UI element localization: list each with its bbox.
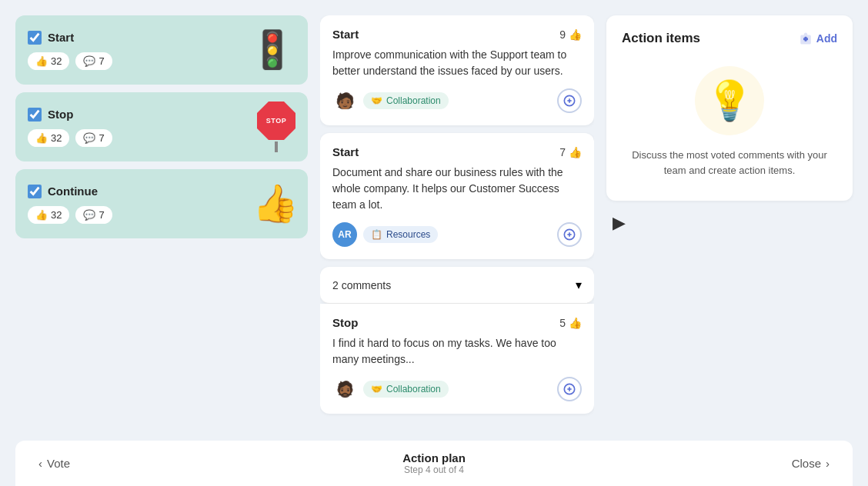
category-card-continue: Continue 👍 32 💬 7 👍 [15,169,308,238]
start-comments: 💬 7 [75,52,112,70]
stop-sign-octagon: STOP [257,102,295,140]
stop-stats: 👍 32 💬 7 [28,129,112,147]
comment-votes-1: 9 👍 [559,28,582,41]
comment-footer-1: 🧑🏾 🤝 Collaboration [332,88,582,113]
category-left-continue: Continue 👍 32 💬 7 [28,185,112,224]
thumbs-icon-4: 👍 [569,317,582,329]
tag-collaboration-1[interactable]: 🤝 Collaboration [363,92,449,109]
comment-header-1: Start 9 👍 [332,28,582,41]
category-title-row: Start [28,31,112,45]
comment-type-4: Stop [332,316,358,329]
stop-sign-wrapper: STOP [257,102,295,152]
avatar-2: AR [332,222,357,247]
comment-card-2: Start 7 👍 Document and share our busines… [320,133,594,259]
continue-comments: 💬 7 [75,206,112,224]
tag-collaboration-4[interactable]: 🤝 Collaboration [363,381,449,398]
thumbs-up-icon-continue: 👍 [35,209,48,221]
comment-header-4: Stop 5 👍 [332,316,582,329]
thumbs-up-icon: 👍 [35,55,48,67]
continue-title: Continue [48,185,98,198]
comment-card-1: Start 9 👍 Improve communication with the… [320,15,594,125]
left-panel: Start 👍 32 💬 7 🚦 [15,15,308,433]
add-to-action-btn-2[interactable] [557,222,582,247]
continue-checkbox[interactable] [28,185,42,198]
comment-footer-2: AR 📋 Resources [332,222,582,247]
comment-votes-4: 5 👍 [559,317,582,329]
bottom-step: Step 4 out of 4 [402,464,466,475]
thumbs-up-icon-stop: 👍 [35,132,48,144]
category-left: Start 👍 32 💬 7 [28,31,112,70]
category-left-stop: Stop 👍 32 💬 7 [28,108,112,147]
comments-toggle-label: 2 comments [332,279,391,291]
add-to-action-btn-4[interactable] [557,377,582,401]
traffic-light-icon: 🚦 [249,28,295,72]
continue-stats: 👍 32 💬 7 [28,206,112,224]
comment-icon: 💬 [83,55,95,67]
stop-votes: 👍 32 [28,129,69,147]
comment-text-2: Document and share our business rules wi… [332,165,582,213]
comment-header-2: Start 7 👍 [332,145,582,158]
middle-panel: Start 9 👍 Improve communication with the… [320,15,594,433]
comment-type-2: Start [332,145,359,158]
comment-footer-4: 🧔🏾 🤝 Collaboration [332,377,582,401]
action-items-body: 💡 Discuss the most voted comments with y… [622,58,837,185]
comment-text-4: I find it hard to focus on my tasks. We … [332,335,582,368]
category-title-row-continue: Continue [28,185,112,198]
start-title: Start [48,31,74,44]
stop-title: Stop [48,108,73,121]
start-checkbox[interactable] [28,31,42,45]
chevron-down-icon: ▾ [576,278,582,292]
resources-icon: 📋 [371,229,382,240]
svg-rect-10 [803,38,808,40]
start-votes: 👍 32 [28,52,69,70]
stop-sign-pole [275,141,278,152]
avatar-4: 🧔🏾 [332,377,357,401]
handshake-icon-4: 🤝 [371,384,382,394]
lightbulb-icon: 💡 [695,66,764,135]
bottom-title: Action plan [402,451,466,464]
bottom-center: Action plan Step 4 out of 4 [402,451,466,475]
action-items-header: Action items Add [622,31,837,46]
comment-icon-continue: 💬 [83,209,95,221]
comment-votes-2: 7 👍 [559,146,582,158]
chevron-left-icon: ‹ [38,457,42,470]
start-stats: 👍 32 💬 7 [28,52,112,70]
comment-icon-stop: 💬 [83,132,95,144]
action-items-description: Discuss the most voted comments with you… [622,148,837,178]
cursor-arrow-icon: ▶ [613,213,626,233]
tag-resources-2[interactable]: 📋 Resources [363,226,438,243]
comments-toggle[interactable]: 2 comments ▾ [320,267,594,304]
comment-footer-left-2: AR 📋 Resources [332,222,438,247]
action-items-card: Action items Add 💡 Discuss the most vote… [606,15,853,201]
category-card-start: Start 👍 32 💬 7 🚦 [15,15,308,85]
vote-nav-button[interactable]: ‹ Vote [38,457,70,470]
handshake-icon: 🤝 [371,95,382,106]
bottom-bar: ‹ Vote Action plan Step 4 out of 4 Close… [15,441,853,486]
add-action-item-button[interactable]: Add [799,32,837,45]
action-items-title: Action items [622,31,700,46]
thumbs-down-icon: 👍 [252,182,299,225]
right-panel: Action items Add 💡 Discuss the most vote… [606,15,853,433]
category-card-stop: Stop 👍 32 💬 7 STOP [15,92,308,161]
comment-footer-left-4: 🧔🏾 🤝 Collaboration [332,377,449,401]
comment-card-4: Stop 5 👍 I find it hard to focus on my t… [320,304,594,414]
comment-text-1: Improve communication with the Support t… [332,47,582,79]
close-nav-button[interactable]: Close › [792,457,830,470]
stop-comments: 💬 7 [75,129,112,147]
avatar-1: 🧑🏾 [332,88,357,113]
thumbs-icon-2: 👍 [569,146,582,158]
thumbs-icon-1: 👍 [569,28,582,41]
category-title-row-stop: Stop [28,108,112,122]
comment-footer-left-1: 🧑🏾 🤝 Collaboration [332,88,449,113]
chevron-right-icon: › [826,457,830,470]
continue-votes: 👍 32 [28,206,69,224]
comment-type-1: Start [332,28,359,41]
stop-checkbox[interactable] [28,108,42,122]
add-to-action-btn-1[interactable] [557,88,582,113]
